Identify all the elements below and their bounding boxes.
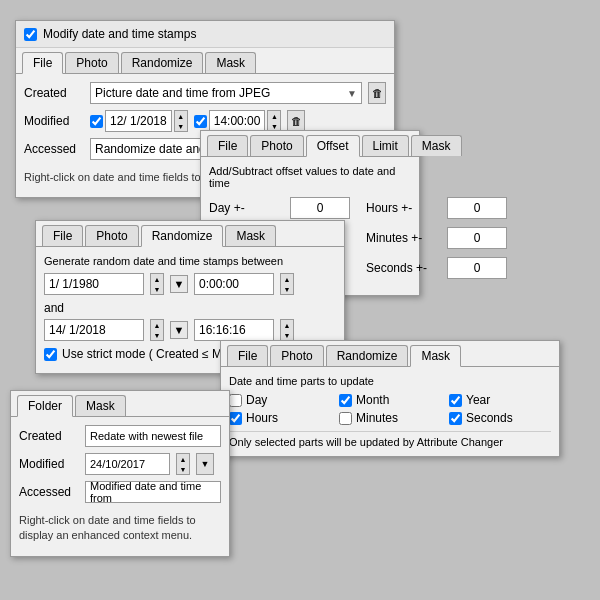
mask-minutes-checkbox[interactable] bbox=[339, 412, 352, 425]
mask-grid: Day Month Year Hours Minutes Seconds bbox=[229, 393, 551, 425]
folder-accessed-row: Accessed Modified date and time from bbox=[19, 481, 221, 503]
mask-tab-mask[interactable]: Mask bbox=[410, 345, 461, 367]
rand-from-cal-button[interactable]: ▼ bbox=[170, 275, 188, 293]
modified-date-input[interactable]: 12/ 1/2018 bbox=[105, 110, 172, 132]
rand-from-time-spin[interactable]: ▲ ▼ bbox=[280, 273, 294, 295]
rand-to-row: 14/ 1/2018 ▲ ▼ ▼ 16:16:16 ▲ ▼ bbox=[44, 319, 336, 341]
mask-day: Day bbox=[229, 393, 331, 407]
rand-from-date[interactable]: 1/ 1/1980 bbox=[44, 273, 144, 295]
hours-row: Hours +- 0 bbox=[366, 197, 507, 219]
day-row: Day +- 0 bbox=[209, 197, 350, 219]
modified-time-spin[interactable]: ▲ ▼ bbox=[267, 110, 281, 132]
randomize-title: Generate random date and time stamps bet… bbox=[44, 255, 336, 267]
rand-from-time[interactable]: 0:00:00 bbox=[194, 273, 274, 295]
offset-tab-offset[interactable]: Offset bbox=[306, 135, 360, 157]
panel-header: Modify date and time stamps bbox=[16, 21, 394, 48]
day-input[interactable]: 0 bbox=[290, 197, 350, 219]
seconds-input[interactable]: 0 bbox=[447, 257, 507, 279]
rand-to-date[interactable]: 14/ 1/2018 bbox=[44, 319, 144, 341]
folder-accessed-value: Modified date and time from bbox=[90, 480, 216, 504]
modified-date-checkbox[interactable] bbox=[90, 115, 103, 128]
modified-time-checkbox[interactable] bbox=[194, 115, 207, 128]
offset-tab-limit[interactable]: Limit bbox=[362, 135, 409, 156]
mask-divider bbox=[229, 431, 551, 432]
mask-year-checkbox[interactable] bbox=[449, 394, 462, 407]
offset-tab-photo[interactable]: Photo bbox=[250, 135, 303, 156]
rand-to-date-spin[interactable]: ▲ ▼ bbox=[150, 319, 164, 341]
randomize-tabs: File Photo Randomize Mask bbox=[36, 221, 344, 247]
modified-date-spin[interactable]: ▲ ▼ bbox=[174, 110, 188, 132]
offset-tab-mask[interactable]: Mask bbox=[411, 135, 462, 156]
rand-tab-file[interactable]: File bbox=[42, 225, 83, 246]
created-value: Picture date and time from JPEG bbox=[95, 86, 270, 100]
folder-created-select[interactable]: Redate with newest file bbox=[85, 425, 221, 447]
mask-minutes-label: Minutes bbox=[356, 411, 398, 425]
rand-from-row: 1/ 1/1980 ▲ ▼ ▼ 0:00:00 ▲ ▼ bbox=[44, 273, 336, 295]
tab-randomize[interactable]: Randomize bbox=[121, 52, 204, 73]
rand-to-time-spin[interactable]: ▲ ▼ bbox=[280, 319, 294, 341]
mask-tab-file[interactable]: File bbox=[227, 345, 268, 366]
offset-right: Hours +- 0 Minutes +- 0 Seconds +- 0 bbox=[366, 197, 507, 287]
mask-title: Date and time parts to update bbox=[229, 375, 551, 387]
mask-seconds-checkbox[interactable] bbox=[449, 412, 462, 425]
minutes-label: Minutes +- bbox=[366, 231, 441, 245]
folder-content: Created Redate with newest file Modified… bbox=[11, 417, 229, 556]
folder-tab-folder[interactable]: Folder bbox=[17, 395, 73, 417]
minutes-input[interactable]: 0 bbox=[447, 227, 507, 249]
folder-created-label: Created bbox=[19, 429, 79, 443]
rand-tab-randomize[interactable]: Randomize bbox=[141, 225, 224, 247]
tab-mask[interactable]: Mask bbox=[205, 52, 256, 73]
trash-icon: 🗑 bbox=[372, 87, 383, 99]
rand-tab-mask[interactable]: Mask bbox=[225, 225, 276, 246]
mask-day-checkbox[interactable] bbox=[229, 394, 242, 407]
folder-created-row: Created Redate with newest file bbox=[19, 425, 221, 447]
rand-to-spin-up-icon[interactable]: ▲ bbox=[151, 320, 163, 330]
rand-to-time[interactable]: 16:16:16 bbox=[194, 319, 274, 341]
offset-tab-file[interactable]: File bbox=[207, 135, 248, 156]
rand-time-spin-up-icon[interactable]: ▲ bbox=[281, 274, 293, 284]
folder-mod-spin-up-icon[interactable]: ▲ bbox=[177, 454, 189, 464]
hours-input[interactable]: 0 bbox=[447, 197, 507, 219]
spin-up-icon[interactable]: ▲ bbox=[175, 111, 187, 121]
offset-title: Add/Subtract offset values to date and t… bbox=[209, 165, 411, 189]
tab-photo[interactable]: Photo bbox=[65, 52, 118, 73]
modified-row: Modified 12/ 1/2018 ▲ ▼ 14:00:00 ▲ ▼ bbox=[24, 110, 386, 132]
mask-hours: Hours bbox=[229, 411, 331, 425]
mask-hours-checkbox[interactable] bbox=[229, 412, 242, 425]
mask-tab-photo[interactable]: Photo bbox=[270, 345, 323, 366]
folder-accessed-label: Accessed bbox=[19, 485, 79, 499]
folder-accessed-select[interactable]: Modified date and time from bbox=[85, 481, 221, 503]
rand-tab-photo[interactable]: Photo bbox=[85, 225, 138, 246]
rand-to-spin-down-icon[interactable]: ▼ bbox=[151, 330, 163, 340]
mask-year: Year bbox=[449, 393, 551, 407]
modified-time-input[interactable]: 14:00:00 bbox=[209, 110, 266, 132]
folder-modified-cal-button[interactable]: ▼ bbox=[196, 453, 214, 475]
modify-timestamps-checkbox[interactable] bbox=[24, 28, 37, 41]
rand-to-time-spin-up-icon[interactable]: ▲ bbox=[281, 320, 293, 330]
modified-trash-button[interactable]: 🗑 bbox=[287, 110, 305, 132]
folder-mod-spin-down-icon[interactable]: ▼ bbox=[177, 464, 189, 474]
rand-from-spin-down-icon[interactable]: ▼ bbox=[151, 284, 163, 294]
modified-time-value: 14:00:00 bbox=[214, 114, 261, 128]
spin-down-icon[interactable]: ▼ bbox=[175, 121, 187, 131]
folder-modified-date[interactable]: 24/10/2017 bbox=[85, 453, 170, 475]
folder-tab-mask[interactable]: Mask bbox=[75, 395, 126, 416]
folder-modified-spin[interactable]: ▲ ▼ bbox=[176, 453, 190, 475]
mask-month-checkbox[interactable] bbox=[339, 394, 352, 407]
tab-file[interactable]: File bbox=[22, 52, 63, 74]
folder-info-text: Right-click on date and time fields to d… bbox=[19, 509, 221, 548]
created-trash-button[interactable]: 🗑 bbox=[368, 82, 386, 104]
mask-tab-randomize[interactable]: Randomize bbox=[326, 345, 409, 366]
rand-from-spin-up-icon[interactable]: ▲ bbox=[151, 274, 163, 284]
rand-to-time-spin-down-icon[interactable]: ▼ bbox=[281, 330, 293, 340]
mask-year-label: Year bbox=[466, 393, 490, 407]
rand-time-spin-down-icon[interactable]: ▼ bbox=[281, 284, 293, 294]
rand-to-cal-button[interactable]: ▼ bbox=[170, 321, 188, 339]
time-spin-up-icon[interactable]: ▲ bbox=[268, 111, 280, 121]
offset-tabs: File Photo Offset Limit Mask bbox=[201, 131, 419, 157]
rand-from-date-spin[interactable]: ▲ ▼ bbox=[150, 273, 164, 295]
accessed-label: Accessed bbox=[24, 142, 84, 156]
created-select[interactable]: Picture date and time from JPEG ▼ bbox=[90, 82, 362, 104]
rand-from-time-value: 0:00:00 bbox=[199, 277, 239, 291]
strict-mode-checkbox[interactable] bbox=[44, 348, 57, 361]
